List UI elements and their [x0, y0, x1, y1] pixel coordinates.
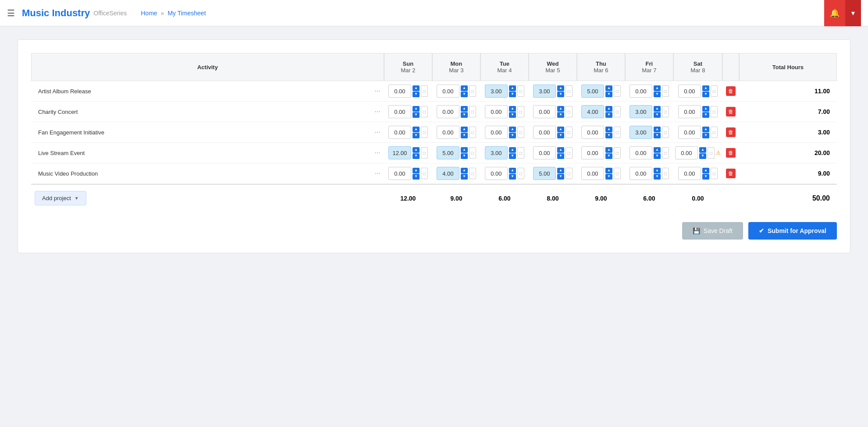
- spin-up-0-5[interactable]: ▲: [654, 85, 661, 91]
- spin-up-0-4[interactable]: ▲: [605, 85, 612, 91]
- spin-up-4-0[interactable]: ▲: [413, 168, 420, 173]
- spin-down-3-0[interactable]: ▼: [413, 153, 420, 159]
- spin-down-4-4[interactable]: ▼: [605, 174, 612, 180]
- hours-input-1-1[interactable]: [437, 105, 459, 118]
- spin-up-1-2[interactable]: ▲: [509, 106, 516, 112]
- spin-up-2-2[interactable]: ▲: [509, 127, 516, 132]
- nav-home[interactable]: Home: [141, 10, 157, 17]
- spin-up-2-1[interactable]: ▲: [461, 127, 468, 132]
- note-btn-1-6[interactable]: □: [711, 106, 718, 117]
- spin-up-2-4[interactable]: ▲: [605, 127, 612, 132]
- hours-input-2-5[interactable]: [630, 126, 652, 139]
- spin-down-2-1[interactable]: ▼: [461, 133, 468, 138]
- spin-up-4-5[interactable]: ▲: [654, 168, 661, 173]
- spin-up-4-6[interactable]: ▲: [702, 168, 709, 173]
- note-btn-2-2[interactable]: □: [517, 127, 524, 138]
- spin-up-0-0[interactable]: ▲: [413, 85, 420, 91]
- spin-up-2-6[interactable]: ▲: [702, 127, 709, 132]
- hours-input-3-0[interactable]: [388, 146, 411, 159]
- spin-down-3-6[interactable]: ▼: [699, 153, 706, 159]
- note-btn-4-6[interactable]: □: [711, 168, 718, 179]
- spin-up-3-6[interactable]: ▲: [699, 147, 706, 153]
- note-btn-4-3[interactable]: □: [566, 168, 573, 179]
- spin-down-0-0[interactable]: ▼: [413, 92, 420, 97]
- hours-input-1-4[interactable]: [581, 105, 604, 118]
- note-btn-3-0[interactable]: □: [421, 147, 428, 159]
- note-btn-3-5[interactable]: □: [662, 147, 669, 159]
- hours-input-3-5[interactable]: [630, 146, 652, 159]
- spin-up-4-2[interactable]: ▲: [509, 168, 516, 173]
- spin-up-2-3[interactable]: ▲: [557, 127, 564, 132]
- spin-down-2-4[interactable]: ▼: [605, 133, 612, 138]
- note-btn-2-1[interactable]: □: [469, 127, 476, 138]
- spin-down-4-5[interactable]: ▼: [654, 174, 661, 180]
- hours-input-3-4[interactable]: [581, 146, 604, 159]
- spin-down-0-5[interactable]: ▼: [654, 92, 661, 97]
- hours-input-0-1[interactable]: [437, 85, 459, 98]
- note-btn-3-1[interactable]: □: [469, 147, 476, 159]
- hours-input-4-3[interactable]: [533, 167, 556, 180]
- spin-up-0-1[interactable]: ▲: [461, 85, 468, 91]
- spin-down-0-4[interactable]: ▼: [605, 92, 612, 97]
- submit-for-approval-button[interactable]: ✔ Submit for Approval: [748, 222, 837, 240]
- note-btn-4-4[interactable]: □: [614, 168, 621, 179]
- row-options-0[interactable]: ···: [371, 81, 384, 102]
- spin-down-1-3[interactable]: ▼: [557, 112, 564, 118]
- spin-up-0-3[interactable]: ▲: [557, 85, 564, 91]
- row-options-4[interactable]: ···: [371, 163, 384, 184]
- note-btn-2-4[interactable]: □: [614, 127, 621, 138]
- spin-up-3-4[interactable]: ▲: [605, 147, 612, 153]
- hours-input-3-2[interactable]: [485, 146, 508, 159]
- hours-input-2-0[interactable]: [388, 126, 411, 139]
- note-btn-2-6[interactable]: □: [711, 127, 718, 138]
- spin-down-4-3[interactable]: ▼: [557, 174, 564, 180]
- spin-down-2-3[interactable]: ▼: [557, 133, 564, 138]
- note-btn-3-6[interactable]: □: [708, 147, 715, 159]
- spin-down-3-3[interactable]: ▼: [557, 153, 564, 159]
- spin-down-0-2[interactable]: ▼: [509, 92, 516, 97]
- spin-up-1-6[interactable]: ▲: [702, 106, 709, 112]
- note-btn-0-0[interactable]: □: [421, 85, 428, 97]
- note-btn-0-2[interactable]: □: [517, 85, 524, 97]
- spin-down-3-5[interactable]: ▼: [654, 153, 661, 159]
- add-project-button[interactable]: Add project ▼: [35, 191, 86, 205]
- spin-up-4-4[interactable]: ▲: [605, 168, 612, 173]
- menu-icon[interactable]: ☰: [7, 8, 15, 18]
- hours-input-1-6[interactable]: [678, 105, 701, 118]
- spin-up-1-1[interactable]: ▲: [461, 106, 468, 112]
- hours-input-0-6[interactable]: [678, 85, 701, 98]
- note-btn-1-3[interactable]: □: [566, 106, 573, 117]
- delete-row-button-0[interactable]: 🗑: [726, 86, 736, 96]
- note-btn-1-4[interactable]: □: [614, 106, 621, 117]
- note-btn-0-4[interactable]: □: [614, 85, 621, 97]
- spin-down-3-1[interactable]: ▼: [461, 153, 468, 159]
- spin-down-3-4[interactable]: ▼: [605, 153, 612, 159]
- spin-down-4-2[interactable]: ▼: [509, 174, 516, 180]
- save-draft-button[interactable]: 💾 Save Draft: [682, 222, 743, 240]
- hours-input-3-6[interactable]: [675, 146, 698, 159]
- hours-input-2-3[interactable]: [533, 126, 556, 139]
- spin-up-3-3[interactable]: ▲: [557, 147, 564, 153]
- hours-input-1-2[interactable]: [485, 105, 508, 118]
- spin-down-0-6[interactable]: ▼: [702, 92, 709, 97]
- spin-up-3-1[interactable]: ▲: [461, 147, 468, 153]
- note-btn-4-1[interactable]: □: [469, 168, 476, 179]
- spin-down-2-2[interactable]: ▼: [509, 133, 516, 138]
- note-btn-1-2[interactable]: □: [517, 106, 524, 117]
- note-btn-4-0[interactable]: □: [421, 168, 428, 179]
- spin-up-1-0[interactable]: ▲: [413, 106, 420, 112]
- hours-input-1-3[interactable]: [533, 105, 556, 118]
- note-btn-4-5[interactable]: □: [662, 168, 669, 179]
- spin-down-4-1[interactable]: ▼: [461, 174, 468, 180]
- hours-input-0-3[interactable]: [533, 85, 556, 98]
- delete-row-button-2[interactable]: 🗑: [726, 127, 736, 137]
- spin-down-4-6[interactable]: ▼: [702, 174, 709, 180]
- spin-up-3-2[interactable]: ▲: [509, 147, 516, 153]
- note-btn-0-3[interactable]: □: [566, 85, 573, 97]
- note-btn-4-2[interactable]: □: [517, 168, 524, 179]
- spin-up-1-5[interactable]: ▲: [654, 106, 661, 112]
- hours-input-2-1[interactable]: [437, 126, 459, 139]
- row-options-1[interactable]: ···: [371, 102, 384, 122]
- spin-down-1-4[interactable]: ▼: [605, 112, 612, 118]
- hours-input-1-5[interactable]: [630, 105, 652, 118]
